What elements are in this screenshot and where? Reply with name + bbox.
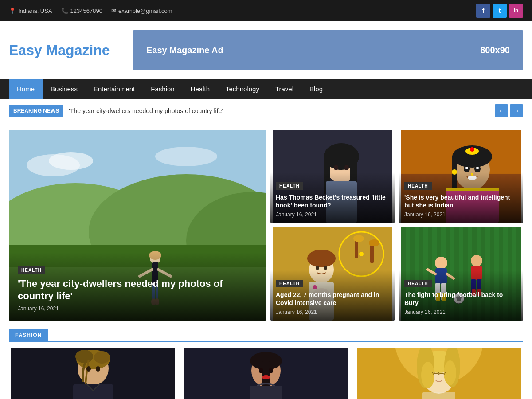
svg-point-53 — [307, 250, 336, 267]
location-icon: 📍 — [9, 8, 16, 14]
featured-article[interactable]: HEALTH 'The year city-dwellers needed my… — [9, 130, 266, 321]
location-info: 📍 Indiana, USA — [9, 8, 52, 14]
location-text: Indiana, USA — [18, 8, 52, 14]
svg-point-108 — [421, 362, 434, 388]
top-bar: 📍 Indiana, USA 📞 1234567890 ✉ example@gm… — [0, 0, 532, 21]
fashion-card-1[interactable] — [9, 348, 177, 399]
article-3-title: Aged 22, 7 months pregnant and in Covid … — [276, 291, 389, 307]
fashion-section-label: FASHION — [9, 329, 48, 341]
articles-grid: HEALTH 'The year city-dwellers needed my… — [9, 130, 523, 321]
svg-point-67 — [435, 257, 447, 269]
article-4-overlay: HEALTH The fight to bring football back … — [399, 270, 523, 321]
svg-point-73 — [471, 255, 482, 266]
small-article-4[interactable]: HEALTH The fight to bring football back … — [399, 227, 523, 321]
article-1-title: Has Thomas Becket's treasured 'little bo… — [276, 193, 389, 209]
svg-point-3 — [49, 152, 93, 170]
article-3-date: January 16, 2021 — [276, 309, 389, 315]
breaking-news-label: BREAKING NEWS — [9, 105, 63, 117]
fashion-card-2[interactable] — [182, 348, 350, 399]
fashion-grid — [9, 348, 523, 399]
small-article-2[interactable]: HEALTH 'She is very beautiful and intell… — [399, 130, 523, 223]
svg-rect-100 — [250, 386, 282, 399]
article-2-tag: HEALTH — [404, 182, 432, 190]
svg-point-90 — [86, 366, 91, 372]
small-article-1[interactable]: HEALTH Has Thomas Becket's treasured 'li… — [270, 130, 395, 223]
featured-title: 'The year city-dwellers needed my photos… — [18, 278, 257, 303]
svg-rect-50 — [370, 245, 374, 263]
svg-rect-114 — [422, 392, 455, 399]
instagram-button[interactable]: in — [509, 4, 523, 18]
breaking-news-bar: BREAKING NEWS 'The year city-dwellers ne… — [0, 99, 532, 123]
svg-point-98 — [269, 368, 273, 373]
nav-technology[interactable]: Technology — [218, 79, 267, 99]
article-1-date: January 16, 2021 — [276, 211, 389, 218]
featured-date: January 16, 2021 — [18, 305, 257, 312]
email-icon: ✉ — [111, 8, 116, 14]
breaking-news-nav: ← → — [495, 104, 523, 117]
article-4-title: The fight to bring football back to Bury — [404, 291, 518, 307]
article-3-overlay: HEALTH Aged 22, 7 months pregnant and in… — [270, 270, 395, 321]
facebook-button[interactable]: f — [476, 4, 490, 18]
ad-banner: Easy Magazine Ad 800x90 — [133, 30, 523, 70]
ad-size: 800x90 — [480, 45, 510, 55]
svg-point-38 — [466, 167, 468, 169]
top-bar-info: 📍 Indiana, USA 📞 1234567890 ✉ example@gm… — [9, 8, 467, 14]
svg-point-25 — [334, 165, 338, 170]
svg-point-49 — [353, 235, 364, 242]
nav-entertainment[interactable]: Entertainment — [86, 79, 143, 99]
svg-point-34 — [470, 147, 474, 152]
nav-home[interactable]: Home — [9, 79, 43, 99]
phone-info: 📞 1234567890 — [61, 8, 102, 14]
svg-line-111 — [434, 372, 434, 373]
article-1-tag: HEALTH — [276, 182, 303, 190]
main-content: HEALTH 'The year city-dwellers needed my… — [0, 123, 532, 399]
nav-health[interactable]: Health — [183, 79, 218, 99]
nav-fashion[interactable]: Fashion — [143, 79, 182, 99]
svg-point-47 — [359, 252, 364, 256]
svg-point-91 — [96, 366, 100, 372]
article-3-tag: HEALTH — [276, 280, 303, 287]
main-nav: Home Business Entertainment Fashion Heal… — [0, 79, 532, 99]
featured-tag: HEALTH — [18, 266, 45, 274]
svg-point-59 — [316, 266, 319, 270]
fashion-section-header: FASHION — [9, 329, 523, 342]
article-2-overlay: HEALTH 'She is very beautiful and intell… — [399, 172, 523, 223]
breaking-prev-button[interactable]: ← — [495, 104, 508, 117]
phone-text: 1234567890 — [70, 8, 102, 14]
site-header: Easy Magazine Easy Magazine Ad 800x90 — [0, 21, 532, 79]
svg-point-60 — [324, 266, 327, 270]
fashion-card-3[interactable] — [355, 348, 523, 399]
featured-overlay: HEALTH 'The year city-dwellers needed my… — [9, 252, 266, 321]
social-links: f t in — [476, 4, 523, 18]
phone-icon: 📞 — [61, 8, 68, 14]
svg-point-88 — [75, 350, 93, 363]
nav-travel[interactable]: Travel — [267, 79, 301, 99]
small-article-3[interactable]: HEALTH Aged 22, 7 months pregnant and in… — [270, 227, 395, 321]
article-4-date: January 16, 2021 — [404, 309, 518, 315]
site-logo[interactable]: Easy Magazine — [9, 42, 124, 59]
svg-point-39 — [476, 167, 479, 169]
breaking-news-text: 'The year city-dwellers needed my photos… — [69, 107, 489, 114]
ad-text: Easy Magazine Ad — [146, 45, 223, 55]
email-info: ✉ example@gmail.com — [111, 8, 172, 14]
svg-point-109 — [444, 360, 456, 385]
svg-point-89 — [94, 351, 110, 364]
svg-rect-48 — [355, 241, 358, 258]
nav-business[interactable]: Business — [43, 79, 86, 99]
email-text: example@gmail.com — [118, 8, 172, 14]
svg-point-4 — [155, 147, 217, 166]
article-2-title: 'She is very beautiful and intelligent b… — [404, 193, 518, 209]
article-2-date: January 16, 2021 — [404, 211, 518, 218]
article-1-overlay: HEALTH Has Thomas Becket's treasured 'li… — [270, 172, 395, 223]
svg-point-99 — [262, 375, 270, 379]
twitter-button[interactable]: t — [493, 4, 507, 18]
svg-point-26 — [344, 165, 349, 170]
article-4-tag: HEALTH — [404, 280, 432, 287]
breaking-next-button[interactable]: → — [510, 104, 523, 117]
svg-point-97 — [259, 368, 263, 373]
svg-point-51 — [369, 239, 379, 246]
nav-blog[interactable]: Blog — [301, 79, 331, 99]
